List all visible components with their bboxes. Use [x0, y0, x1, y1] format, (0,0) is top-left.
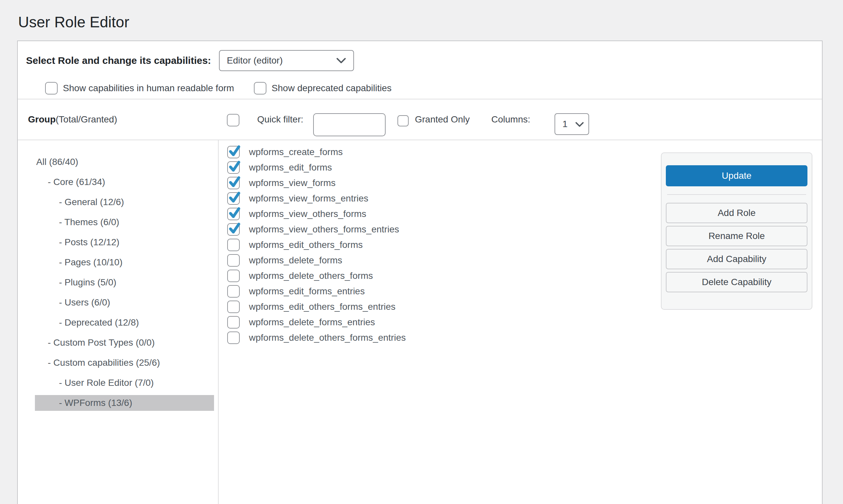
update-button[interactable]: Update [666, 165, 807, 186]
check-icon [228, 176, 241, 188]
capability-label: wpforms_edit_forms_entries [249, 286, 365, 296]
capability-label: wpforms_delete_others_forms_entries [249, 332, 406, 343]
group-tree: All (86/40)- Core (61/34)- General (12/6… [18, 140, 219, 504]
group-tree-item[interactable]: - Custom capabilities (25/6) [35, 355, 214, 371]
granted-only-label: Granted Only [415, 100, 470, 140]
group-tree-item[interactable]: - WPForms (13/6) [35, 395, 214, 411]
capability-label: wpforms_delete_forms [249, 255, 342, 266]
group-tree-item[interactable]: - Users (6/0) [35, 295, 214, 310]
group-tree-item[interactable]: - Themes (6/0) [35, 214, 214, 230]
columns-label: Columns: [491, 100, 530, 140]
capability-label: wpforms_edit_others_forms [249, 240, 362, 250]
deprecated-label: Show deprecated capabilities [272, 83, 392, 93]
options-row: Show capabilities in human readable form… [45, 82, 392, 95]
capability-label: wpforms_view_others_forms [249, 209, 366, 219]
columns-select-value: 1 [562, 119, 568, 129]
capability-label: wpforms_edit_forms [249, 162, 332, 173]
capability-checkbox[interactable] [227, 254, 240, 267]
actions-divider [667, 194, 806, 195]
group-tree-item[interactable]: - Posts (12/12) [35, 234, 214, 250]
list-header-row: Group (Total/Granted) Quick filter: Gran… [18, 100, 822, 140]
capability-label: wpforms_view_forms [249, 178, 336, 188]
group-tree-item[interactable]: - Custom Post Types (0/0) [35, 335, 214, 350]
columns-select[interactable]: 1 [555, 113, 589, 135]
delete-capability-button[interactable]: Delete Capability [666, 272, 807, 292]
capability-label: wpforms_create_forms [249, 147, 343, 157]
capability-label: wpforms_edit_others_forms_entries [249, 302, 395, 312]
group-tree-item[interactable]: - Deprecated (12/8) [35, 315, 214, 330]
capability-label: wpforms_delete_forms_entries [249, 317, 375, 327]
human-readable-checkbox[interactable] [45, 82, 58, 94]
capability-checkbox[interactable] [227, 316, 240, 328]
group-tree-item[interactable]: - Core (61/34) [35, 174, 214, 190]
user-role-editor-panel: Select Role and change its capabilities:… [17, 40, 823, 504]
check-icon [228, 160, 241, 173]
granted-only-checkbox[interactable] [397, 115, 409, 126]
role-row: Select Role and change its capabilities:… [26, 50, 354, 71]
group-header-bold: Group [28, 114, 56, 125]
capability-checkbox[interactable] [227, 301, 240, 313]
role-section: Select Role and change its capabilities:… [18, 41, 822, 100]
capability-checkbox[interactable] [227, 177, 240, 189]
capability-checkbox[interactable] [227, 208, 240, 220]
group-tree-item[interactable]: - General (12/6) [35, 194, 214, 210]
group-tree-item[interactable]: - Pages (10/10) [35, 254, 214, 270]
deprecated-checkbox[interactable] [254, 82, 266, 94]
group-tree-item[interactable]: - User Role Editor (7/0) [35, 375, 214, 391]
capability-checkbox[interactable] [227, 146, 240, 158]
quick-filter-label: Quick filter: [257, 100, 303, 140]
capability-checkbox[interactable] [227, 223, 240, 236]
chevron-down-icon [575, 119, 584, 129]
capability-label: wpforms_view_forms_entries [249, 193, 369, 204]
add-role-button[interactable]: Add Role [666, 203, 807, 223]
role-select-value: Editor (editor) [227, 55, 283, 66]
group-column-header: Group (Total/Granted) [28, 100, 117, 140]
human-readable-label: Show capabilities in human readable form [63, 83, 234, 93]
capability-row: wpforms_delete_forms_entries [227, 314, 822, 330]
chevron-down-icon [336, 55, 346, 66]
group-tree-item[interactable]: - Plugins (5/0) [35, 274, 214, 290]
check-icon [228, 222, 241, 235]
rename-role-button[interactable]: Rename Role [666, 226, 807, 246]
check-icon [228, 206, 241, 220]
capability-checkbox[interactable] [227, 270, 240, 282]
select-all-checkbox[interactable] [227, 114, 239, 126]
add-capability-button[interactable]: Add Capability [666, 249, 807, 269]
capability-label: wpforms_delete_others_forms [249, 271, 373, 281]
actions-panel: Update Add Role Rename Role Add Capabili… [661, 152, 812, 310]
check-icon [228, 191, 241, 204]
check-icon [228, 145, 241, 158]
capability-checkbox[interactable] [227, 331, 240, 344]
capability-checkbox[interactable] [227, 285, 240, 298]
group-header-rest: (Total/Granted) [56, 114, 117, 125]
group-tree-item[interactable]: All (86/40) [35, 154, 214, 170]
page-title: User Role Editor [18, 13, 129, 31]
capability-checkbox[interactable] [227, 192, 240, 205]
capability-row: wpforms_delete_others_forms_entries [227, 330, 822, 345]
quick-filter-input[interactable] [313, 113, 385, 136]
body-section: All (86/40)- Core (61/34)- General (12/6… [18, 140, 822, 504]
capability-checkbox[interactable] [227, 239, 240, 251]
role-select[interactable]: Editor (editor) [219, 50, 354, 71]
capability-label: wpforms_view_others_forms_entries [249, 224, 399, 235]
role-selector-label: Select Role and change its capabilities: [26, 55, 211, 66]
capability-checkbox[interactable] [227, 161, 240, 174]
